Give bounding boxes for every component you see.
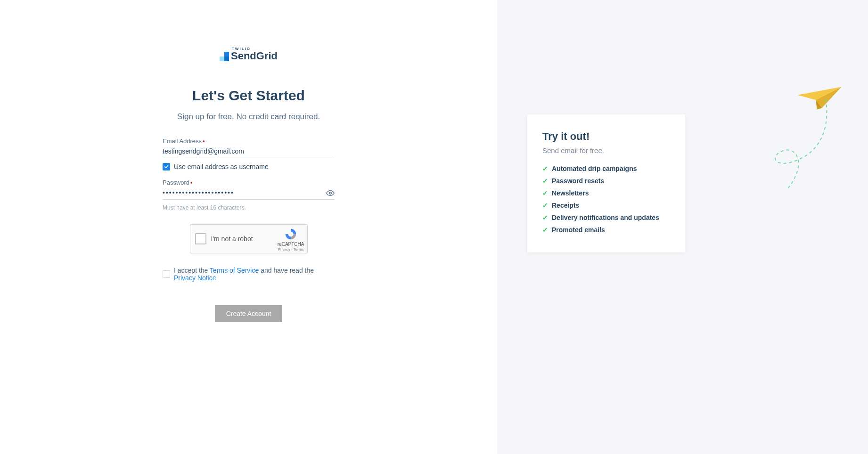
accept-terms-checkbox[interactable] [163, 270, 170, 278]
promo-feature-item: ✓Password resets [542, 177, 670, 185]
promo-card: Try it out! Send email for free. ✓Automa… [527, 114, 685, 252]
password-input[interactable] [163, 187, 335, 200]
promo-feature-list: ✓Automated drip campaigns ✓Password rese… [542, 165, 670, 234]
check-icon: ✓ [542, 189, 548, 197]
page-subtitle: Sign up for free. No credit card require… [177, 112, 320, 122]
recaptcha-brand: reCAPTCHA Privacy - Terms [278, 227, 304, 252]
promo-feature-item: ✓Automated drip campaigns [542, 165, 670, 172]
create-account-button[interactable]: Create Account [215, 305, 283, 322]
terms-of-service-link[interactable]: Terms of Service [210, 267, 259, 274]
check-icon: ✓ [542, 202, 548, 209]
accept-terms-text: I accept the Terms of Service and have r… [174, 267, 335, 282]
password-hint: Must have at least 16 characters. [163, 204, 335, 211]
promo-panel: Try it out! Send email for free. ✓Automa… [497, 0, 868, 454]
signup-form: Email Address• Use email address as user… [163, 138, 335, 322]
password-label: Password• [163, 179, 335, 186]
signup-panel: TWILIO SendGrid Let's Get Started Sign u… [0, 0, 497, 454]
check-icon: ✓ [542, 226, 548, 234]
promo-feature-item: ✓Newsletters [542, 189, 670, 197]
logo-mark-icon [220, 52, 229, 61]
promo-feature-item: ✓Promoted emails [542, 226, 670, 234]
promo-feature-item: ✓Receipts [542, 202, 670, 209]
recaptcha-widget: I'm not a robot reCAPTCHA Privacy - Term… [190, 224, 308, 253]
check-icon: ✓ [542, 177, 548, 185]
email-label: Email Address• [163, 138, 335, 145]
sendgrid-logo: TWILIO SendGrid [220, 47, 278, 61]
email-input[interactable] [163, 146, 335, 158]
recaptcha-label: I'm not a robot [211, 235, 253, 243]
use-email-as-username-checkbox[interactable] [163, 163, 170, 170]
privacy-notice-link[interactable]: Privacy Notice [174, 274, 216, 282]
logo-brand-text: SendGrid [231, 51, 278, 61]
recaptcha-checkbox[interactable] [195, 233, 206, 244]
promo-feature-item: ✓Delivery notifications and updates [542, 214, 670, 221]
show-password-icon[interactable] [326, 189, 335, 199]
promo-subtitle: Send email for free. [542, 146, 670, 154]
svg-point-0 [329, 192, 332, 195]
promo-title: Try it out! [542, 130, 670, 143]
page-title: Let's Get Started [192, 88, 305, 104]
check-icon: ✓ [542, 165, 548, 172]
plane-trail-icon [760, 99, 830, 193]
check-icon: ✓ [542, 214, 548, 221]
use-email-as-username-label: Use email address as username [174, 163, 269, 170]
